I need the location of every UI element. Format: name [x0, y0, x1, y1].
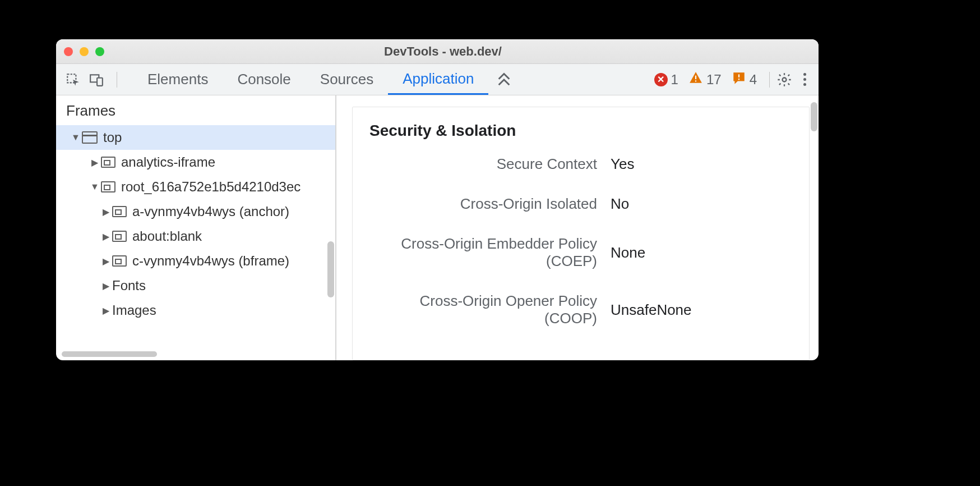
- frame-details-pane: Security & Isolation Secure Context Yes …: [336, 95, 819, 360]
- device-toggle-icon[interactable]: [87, 71, 105, 89]
- tab-console[interactable]: Console: [223, 64, 305, 95]
- frames-sidebar: Frames ▼ top ▶ analytics-iframe ▼ root_6…: [56, 95, 336, 360]
- detail-row: Cross-Origin Opener Policy (COOP) Unsafe…: [369, 292, 792, 327]
- more-tabs-icon[interactable]: [488, 64, 520, 95]
- toolbar-divider: [117, 72, 117, 88]
- detail-key: Cross-Origin Embedder Policy (COEP): [369, 235, 611, 270]
- chevron-right-icon: ▶: [102, 305, 110, 316]
- tree-item-child-c[interactable]: ▶ c-vynmy4vb4wys (bframe): [56, 249, 335, 273]
- sidebar-vscrollbar[interactable]: [327, 241, 334, 297]
- tree-item-images[interactable]: ▶ Images: [56, 298, 335, 323]
- chevron-down-icon: ▼: [72, 132, 80, 143]
- tab-sources[interactable]: Sources: [306, 64, 388, 95]
- sidebar-hscrollbar[interactable]: [62, 351, 157, 357]
- frame-icon: [82, 131, 98, 144]
- svg-rect-5: [738, 74, 739, 77]
- iframe-icon: [101, 181, 115, 192]
- devtools-window: DevTools - web.dev/ Elements Console Sou…: [56, 39, 819, 360]
- tree-item-child-a[interactable]: ▶ a-vynmy4vb4wys (anchor): [56, 199, 335, 224]
- inspect-element-icon[interactable]: [64, 71, 82, 89]
- warning-icon: [688, 71, 703, 89]
- issues-counter[interactable]: 4: [732, 71, 757, 89]
- detail-value: Yes: [611, 155, 634, 173]
- status-counters: ✕ 1 17 4: [654, 71, 764, 89]
- iframe-icon: [101, 157, 115, 168]
- warning-count: 17: [706, 72, 722, 88]
- tree-label: Fonts: [112, 278, 146, 294]
- detail-row: Cross-Origin Embedder Policy (COEP) None: [369, 235, 792, 270]
- tree-label: Images: [112, 302, 156, 318]
- panel-body: Frames ▼ top ▶ analytics-iframe ▼ root_6…: [56, 95, 819, 360]
- error-icon: ✕: [654, 73, 668, 86]
- tree-item-analytics[interactable]: ▶ analytics-iframe: [56, 150, 335, 175]
- detail-key: Cross-Origin Opener Policy (COOP): [369, 292, 611, 327]
- detail-value: UnsafeNone: [611, 301, 692, 319]
- issues-count: 4: [750, 72, 757, 88]
- tree-label: root_616a752e1b5d4210d3ec: [121, 179, 301, 195]
- chevron-right-icon: ▶: [102, 281, 110, 291]
- window-titlebar: DevTools - web.dev/: [56, 39, 819, 64]
- errors-counter[interactable]: ✕ 1: [654, 72, 678, 88]
- warnings-counter[interactable]: 17: [688, 71, 722, 89]
- detail-key: Cross-Origin Isolated: [369, 195, 611, 213]
- svg-rect-6: [738, 79, 739, 80]
- iframe-icon: [112, 231, 127, 242]
- tree-label: analytics-iframe: [121, 154, 215, 170]
- security-isolation-panel: Security & Isolation Secure Context Yes …: [352, 107, 810, 360]
- detail-key: Secure Context: [369, 155, 611, 173]
- panel-tabs: Elements Console Sources Application: [133, 64, 520, 95]
- detail-value: None: [611, 244, 645, 262]
- gear-icon[interactable]: [775, 71, 793, 89]
- iframe-icon: [112, 255, 127, 267]
- detail-row: Cross-Origin Isolated No: [369, 195, 792, 213]
- tree-item-child-b[interactable]: ▶ about:blank: [56, 224, 335, 249]
- iframe-icon: [112, 206, 127, 217]
- detail-value: No: [611, 195, 629, 213]
- close-icon[interactable]: [64, 47, 73, 56]
- chevron-right-icon: ▶: [102, 256, 110, 267]
- detail-row: Secure Context Yes: [369, 155, 792, 173]
- tab-application[interactable]: Application: [388, 64, 488, 95]
- panel-heading: Security & Isolation: [369, 122, 792, 140]
- error-count: 1: [671, 72, 678, 88]
- tree-label: a-vynmy4vb4wys (anchor): [132, 204, 289, 219]
- svg-rect-3: [695, 75, 696, 79]
- sidebar-header: Frames: [56, 95, 335, 125]
- tree-item-fonts[interactable]: ▶ Fonts: [56, 273, 335, 298]
- tree-label: c-vynmy4vb4wys (bframe): [132, 253, 289, 269]
- chevron-down-icon: ▼: [91, 182, 99, 192]
- chevron-right-icon: ▶: [102, 231, 110, 242]
- tree-label: top: [103, 130, 122, 145]
- frames-tree: ▼ top ▶ analytics-iframe ▼ root_616a752e…: [56, 125, 335, 360]
- window-title: DevTools - web.dev/: [75, 44, 811, 59]
- svg-rect-4: [695, 80, 696, 81]
- tree-item-top[interactable]: ▼ top: [56, 125, 335, 150]
- toolbar-divider: [769, 72, 770, 88]
- kebab-menu-icon[interactable]: [799, 73, 811, 86]
- svg-rect-2: [97, 77, 103, 85]
- tree-label: about:blank: [132, 228, 202, 244]
- tree-item-root[interactable]: ▼ root_616a752e1b5d4210d3ec: [56, 175, 335, 199]
- issues-icon: [732, 71, 746, 89]
- tab-elements[interactable]: Elements: [133, 64, 223, 95]
- main-vscrollbar[interactable]: [811, 102, 817, 131]
- chevron-right-icon: ▶: [91, 157, 99, 168]
- svg-point-7: [783, 77, 787, 81]
- chevron-right-icon: ▶: [102, 207, 110, 217]
- devtools-toolbar: Elements Console Sources Application ✕ 1…: [56, 64, 819, 95]
